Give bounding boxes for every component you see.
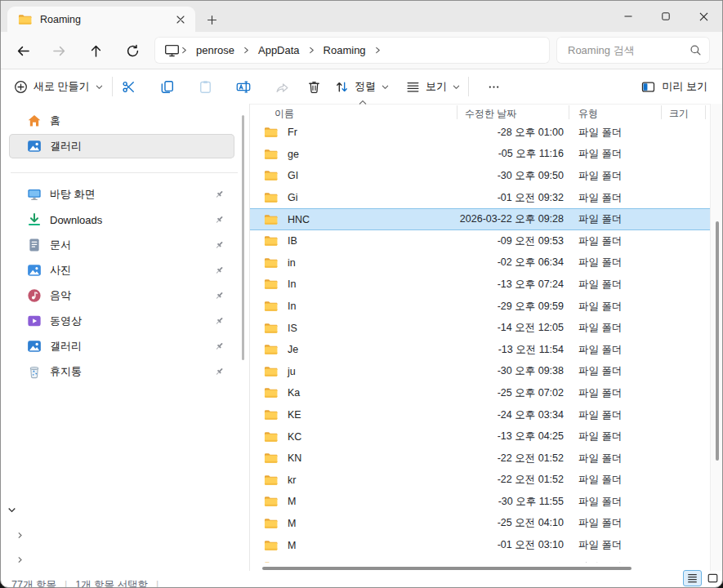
sidebar-item-갤러리[interactable]: 갤러리 [9, 334, 234, 359]
preview-toggle-button[interactable]: 미리 보기 [638, 73, 711, 100]
new-button-label: 새로 만들기 [33, 79, 90, 94]
sidebar-item-사진[interactable]: 사진 [9, 258, 234, 283]
column-divider[interactable] [569, 105, 569, 119]
delete-button[interactable] [300, 75, 328, 98]
pin-icon[interactable] [214, 189, 225, 200]
sidebar-scrollbar[interactable] [242, 115, 244, 360]
pin-icon[interactable] [214, 215, 225, 225]
file-row[interactable]: IB -09 오전 09:53 파일 폴더 [250, 230, 710, 252]
breadcrumb-item-appdata[interactable]: AppData [251, 44, 307, 56]
file-date: -09 오전 09:53 [457, 234, 569, 248]
breadcrumb-item-penrose[interactable]: penrose [189, 44, 242, 56]
up-button[interactable] [83, 38, 109, 64]
file-date: -22 오전 01:52 [457, 452, 569, 466]
icons-view-button[interactable] [704, 571, 721, 586]
column-header-name[interactable]: 이름 [274, 107, 294, 121]
rename-button[interactable] [230, 75, 257, 98]
details-view-button[interactable] [683, 570, 702, 586]
column-header-size[interactable]: 크기 [669, 107, 689, 121]
file-row[interactable]: GI -30 오후 09:50 파일 폴더 [250, 165, 710, 187]
file-row[interactable]: Ka -25 오후 07:02 파일 폴더 [250, 382, 710, 404]
icons-view-icon [707, 572, 719, 584]
delete-icon [307, 80, 321, 94]
column-header-date[interactable]: 수정한 날짜 [465, 107, 516, 121]
sidebar-item-동영상[interactable]: 동영상 [9, 309, 234, 333]
file-row[interactable]: In -29 오후 09:59 파일 폴더 [250, 296, 710, 318]
file-row[interactable]: ge -05 오후 11:16 파일 폴더 [250, 144, 710, 166]
titlebar: Roaming [1, 1, 722, 32]
sidebar-item-바탕 화면[interactable]: 바탕 화면 [9, 182, 234, 207]
forward-button[interactable] [46, 38, 72, 64]
vertical-scrollbar-thumb[interactable] [716, 221, 719, 461]
file-row[interactable]: IS -14 오전 12:05 파일 폴더 [250, 317, 710, 339]
pin-icon[interactable] [214, 316, 225, 327]
tree-expander[interactable] [16, 555, 25, 564]
sidebar-item-Downloads[interactable]: Downloads [9, 207, 234, 232]
file-date: -29 오후 09:59 [457, 300, 569, 314]
search-input[interactable] [566, 43, 690, 57]
file-name: KN [288, 452, 301, 464]
sidebar-item-문서[interactable]: 문서 [9, 233, 234, 257]
vertical-scrollbar[interactable] [710, 104, 723, 571]
back-icon [16, 44, 30, 58]
breadcrumb[interactable]: penrose AppData Roaming [154, 37, 550, 64]
sidebar-item-음악[interactable]: 음악 [9, 283, 234, 308]
new-button[interactable]: 새로 만들기 [11, 73, 106, 100]
pin-icon[interactable] [214, 291, 225, 301]
file-row[interactable]: kr -22 오전 01:52 파일 폴더 [250, 470, 710, 492]
column-divider[interactable] [705, 105, 706, 119]
refresh-icon [126, 44, 140, 58]
refresh-button[interactable] [119, 38, 145, 64]
tab-roaming[interactable]: Roaming [7, 7, 195, 32]
close-button[interactable] [685, 1, 722, 32]
file-row[interactable]: M -01 오전 03:10 파일 폴더 [250, 534, 710, 556]
copy-button[interactable] [153, 75, 181, 98]
more-options-button[interactable] [478, 73, 509, 100]
tab-close-button[interactable] [172, 11, 189, 28]
file-name-cell: In [250, 301, 457, 312]
view-button[interactable]: 보기 [403, 73, 463, 100]
pin-icon[interactable] [214, 367, 225, 377]
column-divider[interactable] [457, 105, 457, 119]
column-header-type[interactable]: 유형 [578, 107, 598, 121]
column-divider[interactable] [661, 105, 662, 119]
file-row[interactable]: KN -22 오전 01:52 파일 폴더 [250, 448, 710, 470]
paste-button[interactable] [191, 75, 219, 98]
sidebar-item-label: 휴지통 [50, 364, 82, 379]
file-name: M [288, 540, 296, 551]
file-row[interactable]: In -13 오후 07:24 파일 폴더 [250, 274, 710, 296]
sidebar-item-label: 동영상 [50, 314, 82, 328]
file-row[interactable]: KE -24 오후 03:34 파일 폴더 [250, 404, 710, 426]
pin-icon[interactable] [214, 240, 225, 251]
back-button[interactable] [10, 38, 36, 64]
cut-button[interactable] [114, 75, 142, 98]
file-row[interactable]: Fr -28 오후 01:00 파일 폴더 [250, 122, 710, 144]
sidebar-item-홈[interactable]: 홈 [9, 109, 234, 133]
file-row[interactable]: M -30 오후 11:55 파일 폴더 [250, 491, 710, 513]
sidebar-item-갤러리[interactable]: 갤러리 [9, 134, 234, 158]
file-row[interactable]: KC -13 오후 04:25 파일 폴더 [250, 425, 710, 448]
file-row[interactable]: Je -13 오전 11:54 파일 폴더 [250, 339, 710, 361]
sidebar-item-휴지통[interactable]: 휴지통 [9, 359, 234, 384]
pin-icon[interactable] [214, 341, 225, 352]
new-tab-button[interactable] [203, 11, 221, 29]
pin-icon[interactable] [214, 265, 225, 276]
horizontal-scrollbar-thumb[interactable] [262, 567, 632, 570]
file-name-cell: HNC [250, 214, 457, 225]
file-name-cell: GI [250, 170, 457, 181]
share-button[interactable] [268, 75, 296, 98]
file-row[interactable]: HNC 2026-03-22 오후 09:28 파일 폴더 [250, 208, 710, 230]
search-box[interactable] [556, 37, 710, 64]
horizontal-scrollbar[interactable] [250, 563, 710, 572]
tree-expander[interactable] [16, 531, 25, 540]
breadcrumb-item-roaming[interactable]: Roaming [316, 44, 373, 56]
maximize-button[interactable] [647, 1, 685, 32]
folder-icon [264, 387, 278, 399]
sort-button[interactable]: 정렬 [332, 73, 392, 100]
minimize-button[interactable] [609, 1, 647, 32]
tree-expander[interactable] [7, 505, 17, 515]
file-row[interactable]: in -02 오후 06:34 파일 폴더 [250, 252, 710, 274]
file-row[interactable]: Gi -01 오전 09:32 파일 폴더 [250, 187, 710, 209]
file-row[interactable]: M -25 오전 04:10 파일 폴더 [250, 513, 710, 535]
file-row[interactable]: ju -30 오후 09:38 파일 폴더 [250, 361, 710, 383]
